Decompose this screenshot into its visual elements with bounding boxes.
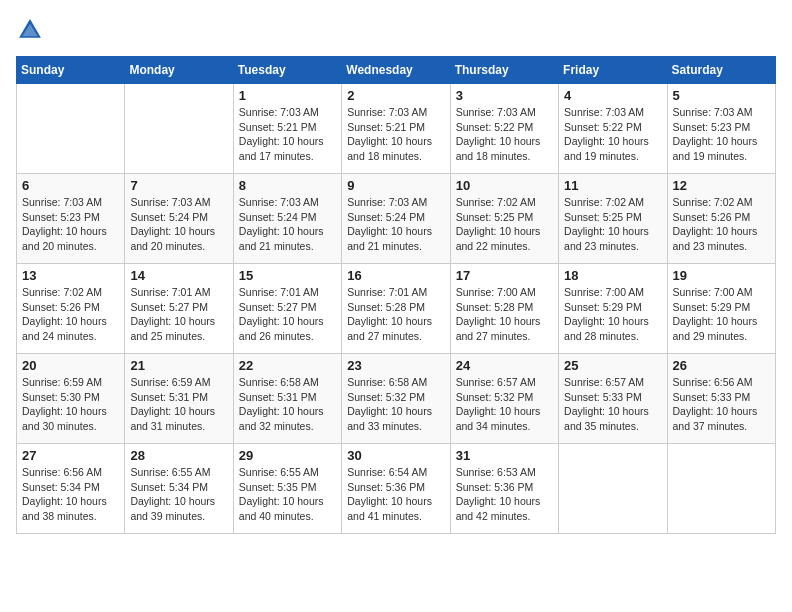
- day-number: 9: [347, 178, 444, 193]
- day-number: 21: [130, 358, 227, 373]
- calendar-cell: 10Sunrise: 7:02 AM Sunset: 5:25 PM Dayli…: [450, 174, 558, 264]
- day-number: 11: [564, 178, 661, 193]
- day-number: 13: [22, 268, 119, 283]
- calendar-cell: 16Sunrise: 7:01 AM Sunset: 5:28 PM Dayli…: [342, 264, 450, 354]
- calendar-cell: 6Sunrise: 7:03 AM Sunset: 5:23 PM Daylig…: [17, 174, 125, 264]
- calendar-cell: 1Sunrise: 7:03 AM Sunset: 5:21 PM Daylig…: [233, 84, 341, 174]
- day-info: Sunrise: 6:57 AM Sunset: 5:32 PM Dayligh…: [456, 375, 553, 434]
- weekday-header: Monday: [125, 57, 233, 84]
- day-info: Sunrise: 7:00 AM Sunset: 5:28 PM Dayligh…: [456, 285, 553, 344]
- day-number: 15: [239, 268, 336, 283]
- day-number: 6: [22, 178, 119, 193]
- calendar-week-row: 20Sunrise: 6:59 AM Sunset: 5:30 PM Dayli…: [17, 354, 776, 444]
- day-info: Sunrise: 7:01 AM Sunset: 5:28 PM Dayligh…: [347, 285, 444, 344]
- calendar-cell: 27Sunrise: 6:56 AM Sunset: 5:34 PM Dayli…: [17, 444, 125, 534]
- calendar-cell: 7Sunrise: 7:03 AM Sunset: 5:24 PM Daylig…: [125, 174, 233, 264]
- day-number: 18: [564, 268, 661, 283]
- day-info: Sunrise: 7:03 AM Sunset: 5:23 PM Dayligh…: [22, 195, 119, 254]
- calendar-cell: 3Sunrise: 7:03 AM Sunset: 5:22 PM Daylig…: [450, 84, 558, 174]
- day-number: 7: [130, 178, 227, 193]
- calendar-cell: 8Sunrise: 7:03 AM Sunset: 5:24 PM Daylig…: [233, 174, 341, 264]
- day-info: Sunrise: 6:58 AM Sunset: 5:31 PM Dayligh…: [239, 375, 336, 434]
- calendar-cell: 14Sunrise: 7:01 AM Sunset: 5:27 PM Dayli…: [125, 264, 233, 354]
- day-info: Sunrise: 7:02 AM Sunset: 5:25 PM Dayligh…: [456, 195, 553, 254]
- day-number: 14: [130, 268, 227, 283]
- calendar-cell: 15Sunrise: 7:01 AM Sunset: 5:27 PM Dayli…: [233, 264, 341, 354]
- calendar-cell: 28Sunrise: 6:55 AM Sunset: 5:34 PM Dayli…: [125, 444, 233, 534]
- day-info: Sunrise: 6:54 AM Sunset: 5:36 PM Dayligh…: [347, 465, 444, 524]
- page-header: [16, 16, 776, 44]
- day-info: Sunrise: 7:01 AM Sunset: 5:27 PM Dayligh…: [130, 285, 227, 344]
- day-number: 25: [564, 358, 661, 373]
- day-number: 2: [347, 88, 444, 103]
- day-number: 27: [22, 448, 119, 463]
- day-info: Sunrise: 7:02 AM Sunset: 5:26 PM Dayligh…: [22, 285, 119, 344]
- day-number: 10: [456, 178, 553, 193]
- day-info: Sunrise: 7:03 AM Sunset: 5:24 PM Dayligh…: [239, 195, 336, 254]
- calendar-week-row: 1Sunrise: 7:03 AM Sunset: 5:21 PM Daylig…: [17, 84, 776, 174]
- calendar-cell: 17Sunrise: 7:00 AM Sunset: 5:28 PM Dayli…: [450, 264, 558, 354]
- calendar-cell: 23Sunrise: 6:58 AM Sunset: 5:32 PM Dayli…: [342, 354, 450, 444]
- calendar-cell: 25Sunrise: 6:57 AM Sunset: 5:33 PM Dayli…: [559, 354, 667, 444]
- calendar-week-row: 27Sunrise: 6:56 AM Sunset: 5:34 PM Dayli…: [17, 444, 776, 534]
- weekday-header: Tuesday: [233, 57, 341, 84]
- day-info: Sunrise: 6:55 AM Sunset: 5:34 PM Dayligh…: [130, 465, 227, 524]
- day-info: Sunrise: 7:03 AM Sunset: 5:21 PM Dayligh…: [239, 105, 336, 164]
- day-number: 24: [456, 358, 553, 373]
- day-info: Sunrise: 7:03 AM Sunset: 5:22 PM Dayligh…: [456, 105, 553, 164]
- day-number: 19: [673, 268, 770, 283]
- day-info: Sunrise: 7:00 AM Sunset: 5:29 PM Dayligh…: [673, 285, 770, 344]
- calendar-cell: 24Sunrise: 6:57 AM Sunset: 5:32 PM Dayli…: [450, 354, 558, 444]
- calendar-cell: 11Sunrise: 7:02 AM Sunset: 5:25 PM Dayli…: [559, 174, 667, 264]
- day-info: Sunrise: 7:02 AM Sunset: 5:25 PM Dayligh…: [564, 195, 661, 254]
- day-info: Sunrise: 7:03 AM Sunset: 5:22 PM Dayligh…: [564, 105, 661, 164]
- day-number: 29: [239, 448, 336, 463]
- weekday-header: Saturday: [667, 57, 775, 84]
- weekday-header: Friday: [559, 57, 667, 84]
- day-number: 31: [456, 448, 553, 463]
- day-number: 8: [239, 178, 336, 193]
- calendar-cell: 2Sunrise: 7:03 AM Sunset: 5:21 PM Daylig…: [342, 84, 450, 174]
- calendar-cell: [125, 84, 233, 174]
- calendar-cell: 22Sunrise: 6:58 AM Sunset: 5:31 PM Dayli…: [233, 354, 341, 444]
- calendar-cell: 29Sunrise: 6:55 AM Sunset: 5:35 PM Dayli…: [233, 444, 341, 534]
- day-info: Sunrise: 7:03 AM Sunset: 5:23 PM Dayligh…: [673, 105, 770, 164]
- day-number: 1: [239, 88, 336, 103]
- calendar-week-row: 13Sunrise: 7:02 AM Sunset: 5:26 PM Dayli…: [17, 264, 776, 354]
- day-info: Sunrise: 6:57 AM Sunset: 5:33 PM Dayligh…: [564, 375, 661, 434]
- day-number: 16: [347, 268, 444, 283]
- calendar-cell: [667, 444, 775, 534]
- day-info: Sunrise: 6:56 AM Sunset: 5:34 PM Dayligh…: [22, 465, 119, 524]
- day-info: Sunrise: 6:59 AM Sunset: 5:30 PM Dayligh…: [22, 375, 119, 434]
- day-number: 4: [564, 88, 661, 103]
- day-number: 5: [673, 88, 770, 103]
- calendar-cell: 18Sunrise: 7:00 AM Sunset: 5:29 PM Dayli…: [559, 264, 667, 354]
- day-info: Sunrise: 7:03 AM Sunset: 5:24 PM Dayligh…: [130, 195, 227, 254]
- calendar-cell: 26Sunrise: 6:56 AM Sunset: 5:33 PM Dayli…: [667, 354, 775, 444]
- calendar-header-row: SundayMondayTuesdayWednesdayThursdayFrid…: [17, 57, 776, 84]
- weekday-header: Thursday: [450, 57, 558, 84]
- day-info: Sunrise: 7:01 AM Sunset: 5:27 PM Dayligh…: [239, 285, 336, 344]
- calendar-cell: 12Sunrise: 7:02 AM Sunset: 5:26 PM Dayli…: [667, 174, 775, 264]
- day-number: 17: [456, 268, 553, 283]
- day-info: Sunrise: 6:59 AM Sunset: 5:31 PM Dayligh…: [130, 375, 227, 434]
- day-number: 3: [456, 88, 553, 103]
- logo: [16, 16, 48, 44]
- day-number: 30: [347, 448, 444, 463]
- calendar-cell: 30Sunrise: 6:54 AM Sunset: 5:36 PM Dayli…: [342, 444, 450, 534]
- day-info: Sunrise: 6:58 AM Sunset: 5:32 PM Dayligh…: [347, 375, 444, 434]
- day-info: Sunrise: 7:03 AM Sunset: 5:24 PM Dayligh…: [347, 195, 444, 254]
- calendar-cell: 19Sunrise: 7:00 AM Sunset: 5:29 PM Dayli…: [667, 264, 775, 354]
- calendar-table: SundayMondayTuesdayWednesdayThursdayFrid…: [16, 56, 776, 534]
- calendar-cell: 20Sunrise: 6:59 AM Sunset: 5:30 PM Dayli…: [17, 354, 125, 444]
- day-number: 12: [673, 178, 770, 193]
- day-info: Sunrise: 6:55 AM Sunset: 5:35 PM Dayligh…: [239, 465, 336, 524]
- calendar-cell: 5Sunrise: 7:03 AM Sunset: 5:23 PM Daylig…: [667, 84, 775, 174]
- calendar-cell: [17, 84, 125, 174]
- calendar-cell: 9Sunrise: 7:03 AM Sunset: 5:24 PM Daylig…: [342, 174, 450, 264]
- day-info: Sunrise: 7:03 AM Sunset: 5:21 PM Dayligh…: [347, 105, 444, 164]
- day-info: Sunrise: 6:56 AM Sunset: 5:33 PM Dayligh…: [673, 375, 770, 434]
- day-info: Sunrise: 7:02 AM Sunset: 5:26 PM Dayligh…: [673, 195, 770, 254]
- day-number: 23: [347, 358, 444, 373]
- calendar-cell: 13Sunrise: 7:02 AM Sunset: 5:26 PM Dayli…: [17, 264, 125, 354]
